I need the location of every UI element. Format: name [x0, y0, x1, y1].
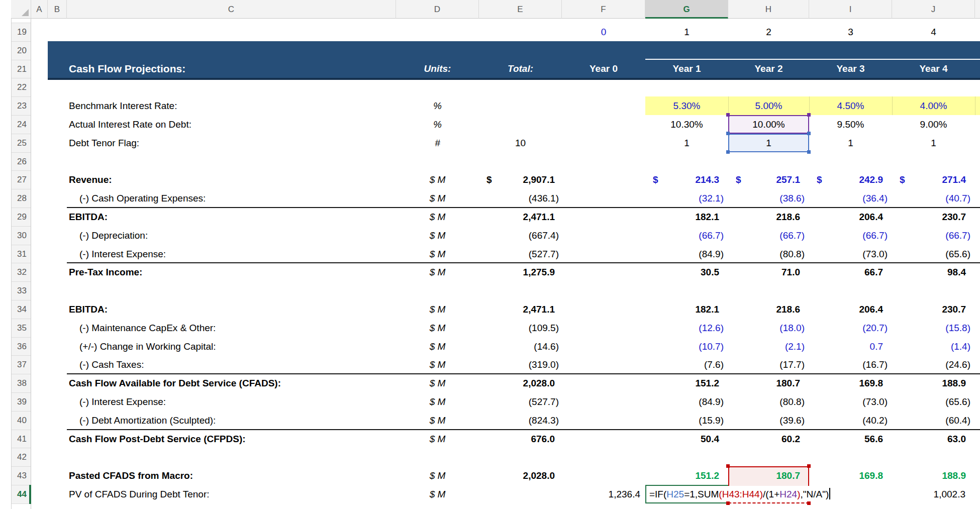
cell-H39-value[interactable]: (80.8): [728, 392, 805, 411]
total-column-header[interactable]: Total:: [479, 59, 562, 78]
cell-D30-unit[interactable]: $ M: [396, 226, 479, 245]
cell-H19-period[interactable]: 2: [728, 23, 809, 41]
cell-J19-period[interactable]: 4: [892, 23, 975, 41]
cell-E43-total[interactable]: 2,028.0: [479, 466, 555, 485]
cell-C24-label[interactable]: Actual Interest Rate on Debt:: [69, 115, 390, 134]
row-header-24[interactable]: 24: [11, 115, 31, 134]
column-header-J[interactable]: J: [892, 0, 975, 19]
cell-H35-value[interactable]: (18.0): [728, 319, 805, 337]
cell-G35-value[interactable]: (12.6): [645, 319, 724, 337]
cell-H41-value[interactable]: 60.2: [728, 430, 800, 448]
cell-D37-unit[interactable]: $ M: [396, 355, 479, 374]
cell-J35-value[interactable]: (15.8): [892, 319, 970, 337]
cell-G37-value[interactable]: (7.6): [645, 355, 724, 374]
column-header-A[interactable]: A: [31, 0, 48, 19]
cell-G39-value[interactable]: (84.9): [645, 392, 724, 411]
cell-J29-value[interactable]: 230.7: [892, 208, 966, 226]
cell-D27-unit[interactable]: $ M: [396, 170, 479, 189]
row-header-30[interactable]: 30: [11, 226, 31, 245]
cell-I32-value[interactable]: 66.7: [809, 263, 883, 281]
cell-H31-value[interactable]: (80.8): [728, 245, 805, 263]
cell-D35-unit[interactable]: $ M: [396, 319, 479, 337]
page-title[interactable]: Cash Flow Projections:: [69, 59, 185, 78]
cell-J24-value[interactable]: 9.00%: [892, 115, 975, 134]
cell-H23-value[interactable]: 5.00%: [728, 96, 809, 115]
cell-I37-value[interactable]: (16.7): [809, 355, 888, 374]
cell-G29-value[interactable]: 182.1: [645, 208, 719, 226]
row-header-22[interactable]: 22: [11, 78, 31, 96]
cell-G40-value[interactable]: (15.9): [645, 411, 724, 430]
cell-J30-value[interactable]: (66.7): [892, 226, 970, 245]
cell-I31-value[interactable]: (73.0): [809, 245, 888, 263]
cell-C39-label[interactable]: (-) Interest Expense:: [79, 392, 401, 411]
column-header-B[interactable]: B: [48, 0, 67, 19]
column-header-C[interactable]: C: [67, 0, 396, 19]
cell-J36-value[interactable]: (1.4): [892, 337, 970, 356]
cell-I43-value[interactable]: 169.8: [809, 466, 883, 485]
row-header-40[interactable]: 40: [11, 411, 31, 430]
cell-F44-value[interactable]: 1,236.4: [562, 485, 640, 503]
cell-C30-label[interactable]: (-) Depreciation:: [79, 226, 401, 245]
column-header-G[interactable]: G: [645, 0, 728, 19]
cell-I28-value[interactable]: (36.4): [809, 189, 888, 208]
cell-I27-value[interactable]: 242.9: [809, 170, 883, 189]
row-header-20[interactable]: 20: [11, 41, 31, 60]
cell-D28-unit[interactable]: $ M: [396, 189, 479, 208]
cell-G23-value[interactable]: 5.30%: [645, 96, 728, 115]
cell-J25-value[interactable]: 1: [892, 134, 975, 152]
cell-H38-value[interactable]: 180.7: [728, 374, 800, 392]
year-header-j[interactable]: Year 4: [892, 59, 975, 78]
cell-D25-unit[interactable]: #: [396, 134, 479, 152]
cell-F19-period[interactable]: 0: [562, 23, 645, 41]
cell-I36-value[interactable]: 0.7: [809, 337, 883, 356]
cell-J44-value[interactable]: 1,002.3: [892, 485, 965, 503]
cell-C37-label[interactable]: (-) Cash Taxes:: [79, 355, 401, 374]
row-header-29[interactable]: 29: [11, 208, 31, 226]
cell-G19-period[interactable]: 1: [645, 23, 728, 41]
cell-G36-value[interactable]: (10.7): [645, 337, 724, 356]
row-header-33[interactable]: 33: [11, 281, 31, 300]
cell-E39-total[interactable]: (527.7): [479, 392, 559, 411]
cell-C36-label[interactable]: (+/-) Change in Working Capital:: [79, 337, 401, 356]
formula-editor[interactable]: =IF(H25=1,SUM(H43:H44)/(1+H24),"N/A"): [649, 485, 830, 503]
cell-H24-value[interactable]: 10.00%: [728, 115, 809, 134]
cell-I19-period[interactable]: 3: [809, 23, 892, 41]
cell-I35-value[interactable]: (20.7): [809, 319, 888, 337]
cell-H28-value[interactable]: (38.6): [728, 189, 805, 208]
cell-I41-value[interactable]: 56.6: [809, 430, 883, 448]
cell-C38-label[interactable]: Cash Flow Available for Debt Service (CF…: [69, 374, 390, 392]
cell-C27-label[interactable]: Revenue:: [69, 170, 390, 189]
row-header-31[interactable]: 31: [11, 245, 31, 263]
cell-H34-value[interactable]: 218.6: [728, 300, 800, 319]
row-header-21[interactable]: 21: [11, 60, 31, 78]
cell-G41-value[interactable]: 50.4: [645, 430, 719, 448]
cell-D36-unit[interactable]: $ M: [396, 337, 479, 356]
cell-D34-unit[interactable]: $ M: [396, 300, 479, 319]
cell-E37-total[interactable]: (319.0): [479, 355, 559, 374]
cell-C40-label[interactable]: (-) Debt Amortization (Sculpted):: [79, 411, 401, 430]
row-header-44[interactable]: 44: [11, 485, 31, 503]
cell-G32-value[interactable]: 30.5: [645, 263, 719, 281]
cell-E40-total[interactable]: (824.3): [479, 411, 559, 430]
cell-C44-label[interactable]: PV of CFADS During Debt Tenor:: [69, 485, 390, 503]
row-header-34[interactable]: 34: [11, 300, 31, 319]
cell-E25-total[interactable]: 10: [479, 134, 562, 152]
row-header-32[interactable]: 32: [11, 263, 31, 281]
cell-J39-value[interactable]: (65.6): [892, 392, 970, 411]
cell-E36-total[interactable]: (14.6): [479, 337, 559, 356]
cell-J23-value[interactable]: 4.00%: [892, 96, 975, 115]
row-header-39[interactable]: 39: [11, 392, 31, 411]
cell-J34-value[interactable]: 230.7: [892, 300, 966, 319]
cell-J43-value[interactable]: 188.9: [892, 466, 966, 485]
cell-E34-total[interactable]: 2,471.1: [479, 300, 555, 319]
row-header-36[interactable]: 36: [11, 337, 31, 356]
cell-C28-label[interactable]: (-) Cash Operating Expenses:: [79, 189, 401, 208]
row-header-38[interactable]: 38: [11, 374, 31, 392]
cell-I23-value[interactable]: 4.50%: [809, 96, 892, 115]
cell-G24-value[interactable]: 10.30%: [645, 115, 728, 134]
row-header-35[interactable]: 35: [11, 319, 31, 337]
cell-J28-value[interactable]: (40.7): [892, 189, 970, 208]
column-header-I[interactable]: I: [809, 0, 892, 19]
cell-D23-unit[interactable]: %: [396, 96, 479, 115]
cell-E28-total[interactable]: (436.1): [479, 189, 559, 208]
